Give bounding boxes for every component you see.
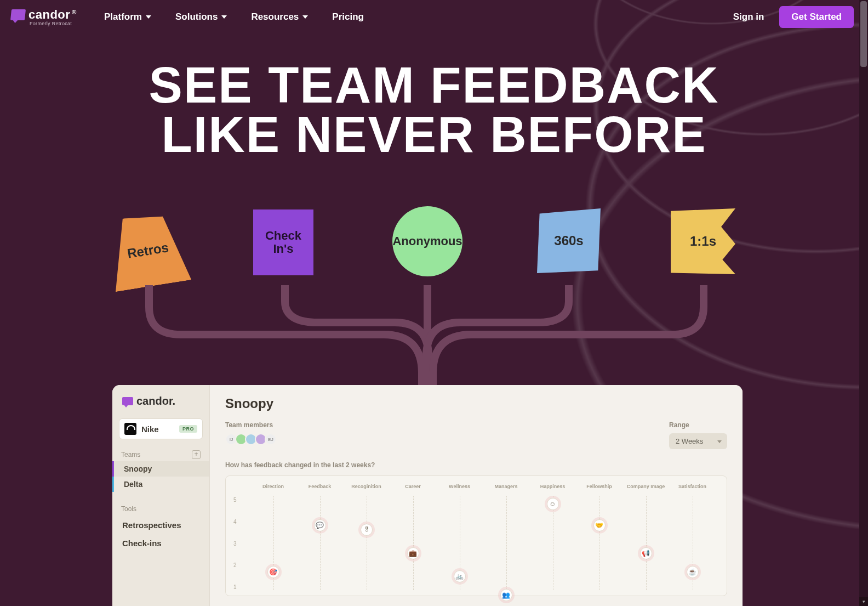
tool-retrospectives[interactable]: Retrospectives [112,515,209,535]
team-title: Snoopy [225,396,727,411]
members-block: Team members IJ EJ [225,421,275,445]
category-label: Recoginition [343,484,390,489]
chevron-down-icon [221,15,227,19]
axis-line [599,496,600,590]
nav-links: Platform Solutions Resources Pricing [104,12,364,22]
feature-shapes: Retros Check In's Anonymous 360s 1:1s [0,208,868,296]
category-label: Satisfaction [669,484,716,489]
team-item-delta[interactable]: Delta [112,477,209,492]
chevron-down-icon [146,15,151,19]
brand-name: candor® [28,8,77,22]
app-sidebar: candor. Nike PRO Teams + Snoopy Delta To… [112,385,210,606]
axis-line [506,496,507,590]
scrollbar-thumb[interactable] [860,1,867,67]
chart-col: Managers👥 [483,484,529,590]
chart-col: Career💼 [390,484,436,590]
axis-line [413,496,414,590]
data-point: 💬 [314,519,326,531]
axis-line [367,496,367,590]
data-point: 🎖 [361,524,373,536]
range-label: Range [669,421,727,429]
chart-col: Feedback💬 [296,484,343,590]
category-label: Wellness [436,484,483,489]
category-label: Company Image [623,484,669,489]
scroll-down-icon[interactable]: ▾ [859,597,868,606]
sidebar-header-teams: Teams + [112,445,209,461]
brand-subtitle: Formerly Retrocat [30,21,72,26]
members-label: Team members [225,421,275,429]
chart-col: Fellowship🤝 [576,484,623,590]
app-logo[interactable]: candor. [112,385,209,413]
chart-col: Happiness☺ [529,484,576,590]
y-axis-labels: 54 32 1 [233,497,237,590]
org-name: Nike [141,424,174,434]
data-point: 🚲 [454,570,466,582]
scrollbar[interactable]: ▾ [859,0,868,606]
nike-logo-icon [124,423,136,435]
range-block: Range 2 Weeks [669,421,727,449]
axis-line [646,496,647,590]
nav-resources[interactable]: Resources [251,12,308,22]
shape-retros: Retros [105,209,192,292]
hero-line-2: LIKE NEVER BEFORE [0,110,868,159]
chat-bubble-icon [122,397,133,405]
top-nav: candor® Formerly Retrocat Platform Solut… [0,0,868,34]
chat-bubble-icon [10,9,26,20]
data-point: ☕ [687,566,699,578]
category-label: Managers [483,484,529,489]
shape-anonymous: Anonymous [392,206,462,276]
shape-360s: 360s [537,208,601,273]
category-label: Fellowship [576,484,623,489]
hero-headline: SEE TEAM FEEDBACK LIKE NEVER BEFORE [0,60,868,159]
category-label: Feedback [296,484,343,489]
app-logo-text: candor. [136,395,175,407]
get-started-button[interactable]: Get Started [779,6,854,28]
category-label: Happiness [529,484,576,489]
app-screenshot: candor. Nike PRO Teams + Snoopy Delta To… [112,385,743,606]
nav-platform[interactable]: Platform [104,12,151,22]
feedback-chart: 54 32 1 Direction🎯Feedback💬Recoginition🎖… [225,475,727,596]
add-team-button[interactable]: + [192,450,201,459]
shape-1on1: 1:1s [671,208,735,274]
app-main: Snoopy Team members IJ EJ Range 2 Weeks … [210,385,743,606]
range-select[interactable]: 2 Weeks [669,433,727,449]
data-point: 👥 [500,589,512,601]
chart-col: Recoginition🎖 [343,484,390,590]
category-label: Career [390,484,436,489]
shape-checkins: Check In's [253,209,313,275]
brand-block[interactable]: candor® Formerly Retrocat [11,8,77,26]
chart-col: Direction🎯 [250,484,296,590]
data-point: ☺ [547,498,559,510]
team-item-snoopy[interactable]: Snoopy [112,461,209,477]
pro-badge: PRO [179,425,197,433]
data-point: 🎯 [267,566,279,578]
category-label: Direction [250,484,296,489]
data-point: 💼 [407,547,419,559]
sidebar-header-tools: Tools [112,500,209,515]
chart-col: Satisfaction☕ [669,484,716,590]
avatar: EJ [265,433,277,445]
signin-link[interactable]: Sign in [733,12,764,22]
hero-line-1: SEE TEAM FEEDBACK [149,57,719,113]
axis-line [320,496,321,590]
nav-pricing[interactable]: Pricing [332,12,364,22]
chart-question: How has feedback changed in the last 2 w… [225,461,727,469]
chart-col: Company Image📢 [623,484,669,590]
chevron-down-icon [302,15,308,19]
tool-checkins[interactable]: Check-ins [112,535,209,553]
avatar-stack[interactable]: IJ EJ [225,433,275,445]
data-point: 📢 [640,547,652,559]
nav-solutions[interactable]: Solutions [175,12,227,22]
chart-col: Wellness🚲 [436,484,483,590]
data-point: 🤝 [593,519,606,531]
org-selector[interactable]: Nike PRO [119,418,203,439]
